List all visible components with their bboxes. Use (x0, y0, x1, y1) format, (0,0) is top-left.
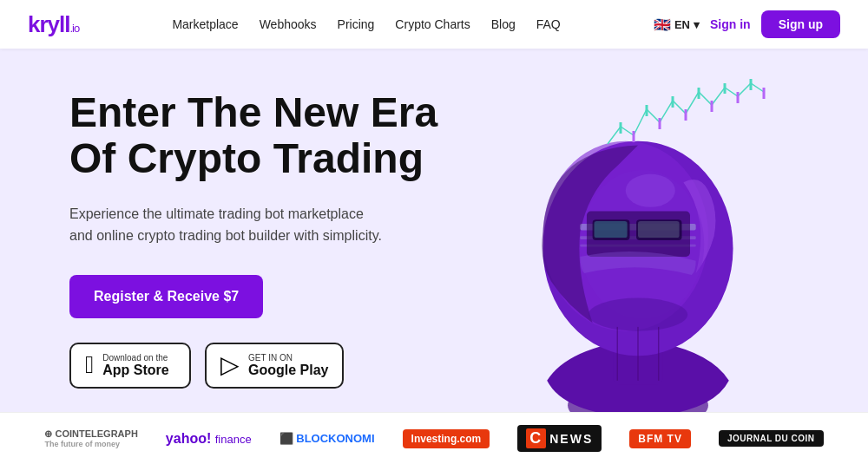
nav-webhooks[interactable]: Webhooks (260, 17, 317, 31)
press-journal: JOURNAL DU COIN (719, 430, 824, 447)
press-cointelegraph: ⊕ COINTELEGRAPH The future of money (44, 428, 137, 448)
press-cnews: C NEWS (517, 425, 602, 452)
hero-description: Experience the ultimate trading bot mark… (69, 203, 382, 247)
app-store-large: App Store (102, 363, 168, 378)
apple-icon:  (85, 353, 94, 377)
svg-rect-22 (595, 221, 628, 238)
press-blockonomi: ⬛ BLOCKONOMI (279, 432, 375, 445)
app-store-small: Download on the (102, 353, 168, 363)
app-store-text: Download on the App Store (102, 353, 168, 378)
logo-suffix: .io (70, 22, 80, 35)
google-play-icon: ▷ (220, 353, 240, 377)
press-bar: ⊕ COINTELEGRAPH The future of money yaho… (0, 412, 868, 464)
lang-label: EN (674, 18, 690, 31)
hero-title: Enter The New Era Of Crypto Trading (69, 90, 451, 182)
language-selector[interactable]: 🇬🇧 EN ▾ (654, 16, 700, 33)
signin-button[interactable]: Sign in (710, 17, 751, 31)
chart-decoration (599, 75, 773, 179)
hero-right (451, 49, 825, 464)
hero-left: Enter The New Era Of Crypto Trading Expe… (0, 49, 451, 464)
press-yahoo: yahoo! finance (166, 431, 252, 447)
nav-faq[interactable]: FAQ (536, 17, 561, 31)
signup-button[interactable]: Sign up (761, 10, 840, 38)
register-button[interactable]: Register & Receive $7 (69, 275, 263, 318)
press-bfmtv: BFM TV (629, 429, 691, 448)
svg-rect-24 (638, 221, 680, 238)
google-play-text: GET IN ON Google Play (248, 353, 328, 378)
navbar: kryll.io Marketplace Webhooks Pricing Cr… (0, 0, 868, 49)
google-play-button[interactable]: ▷ GET IN ON Google Play (205, 343, 344, 389)
app-store-button[interactable]:  Download on the App Store (69, 343, 191, 389)
flag-icon: 🇬🇧 (654, 16, 671, 33)
nav-links: Marketplace Webhooks Pricing Crypto Char… (172, 16, 560, 32)
store-buttons:  Download on the App Store ▷ GET IN ON … (69, 343, 451, 389)
nav-marketplace[interactable]: Marketplace (172, 17, 238, 31)
press-investing: Investing.com (403, 429, 490, 448)
chevron-down-icon: ▾ (694, 18, 700, 31)
google-play-small: GET IN ON (248, 353, 328, 363)
nav-blog[interactable]: Blog (491, 17, 516, 31)
hero-section: Enter The New Era Of Crypto Trading Expe… (0, 49, 868, 464)
google-play-large: Google Play (248, 363, 328, 378)
nav-pricing[interactable]: Pricing (338, 17, 375, 31)
svg-point-25 (589, 297, 687, 330)
logo[interactable]: kryll.io (28, 11, 79, 38)
nav-crypto-charts[interactable]: Crypto Charts (395, 17, 470, 31)
logo-text: kryll (28, 11, 70, 37)
nav-right: 🇬🇧 EN ▾ Sign in Sign up (654, 10, 840, 38)
